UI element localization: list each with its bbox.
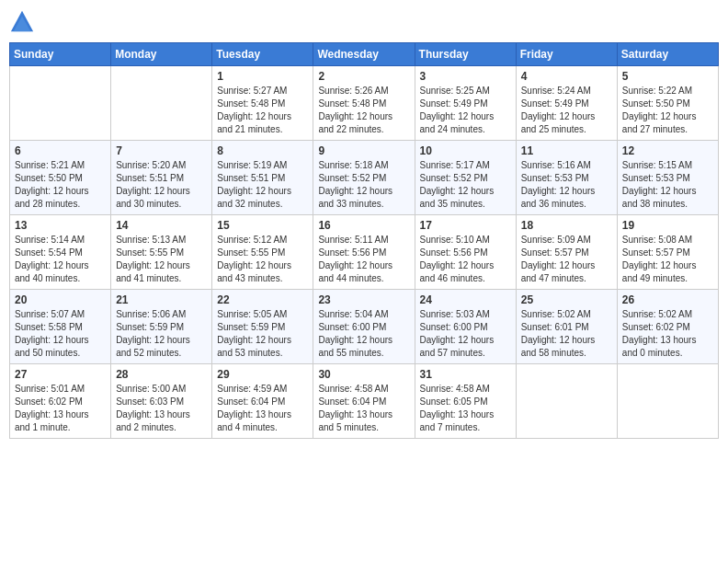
calendar-cell: 2Sunrise: 5:26 AMSunset: 5:48 PMDaylight… bbox=[313, 66, 415, 141]
calendar-cell: 12Sunrise: 5:15 AMSunset: 5:53 PMDayligh… bbox=[617, 141, 718, 215]
day-info: Sunrise: 5:04 AMSunset: 6:00 PMDaylight:… bbox=[318, 308, 409, 360]
calendar-cell: 25Sunrise: 5:02 AMSunset: 6:01 PMDayligh… bbox=[516, 290, 617, 364]
day-info: Sunrise: 5:19 AMSunset: 5:51 PMDaylight:… bbox=[217, 159, 308, 211]
day-number: 31 bbox=[420, 368, 511, 381]
day-number: 9 bbox=[318, 144, 409, 157]
day-number: 23 bbox=[318, 293, 409, 306]
calendar-cell bbox=[10, 66, 111, 141]
day-number: 20 bbox=[15, 293, 106, 306]
day-number: 27 bbox=[15, 368, 106, 381]
day-info: Sunrise: 4:59 AMSunset: 6:04 PMDaylight:… bbox=[217, 383, 308, 434]
day-number: 1 bbox=[217, 70, 308, 83]
day-info: Sunrise: 5:02 AMSunset: 6:02 PMDaylight:… bbox=[622, 308, 713, 360]
day-number: 2 bbox=[318, 70, 409, 83]
day-number: 17 bbox=[420, 219, 511, 232]
day-number: 30 bbox=[318, 368, 409, 381]
day-number: 15 bbox=[217, 219, 308, 232]
day-number: 13 bbox=[15, 219, 106, 232]
calendar-cell: 26Sunrise: 5:02 AMSunset: 6:02 PMDayligh… bbox=[617, 290, 718, 364]
calendar-cell: 13Sunrise: 5:14 AMSunset: 5:54 PMDayligh… bbox=[10, 215, 111, 290]
calendar-cell: 14Sunrise: 5:13 AMSunset: 5:55 PMDayligh… bbox=[111, 215, 212, 290]
day-info: Sunrise: 5:02 AMSunset: 6:01 PMDaylight:… bbox=[521, 308, 612, 360]
weekday-header: Thursday bbox=[415, 43, 516, 66]
calendar-table: SundayMondayTuesdayWednesdayThursdayFrid… bbox=[9, 42, 719, 439]
day-number: 19 bbox=[622, 219, 713, 232]
day-number: 18 bbox=[521, 219, 612, 232]
day-number: 5 bbox=[622, 70, 713, 83]
calendar-week-row: 1Sunrise: 5:27 AMSunset: 5:48 PMDaylight… bbox=[10, 66, 719, 141]
calendar-cell: 9Sunrise: 5:18 AMSunset: 5:52 PMDaylight… bbox=[313, 141, 415, 215]
day-info: Sunrise: 5:01 AMSunset: 6:02 PMDaylight:… bbox=[15, 383, 106, 434]
calendar-cell: 5Sunrise: 5:22 AMSunset: 5:50 PMDaylight… bbox=[617, 66, 718, 141]
day-number: 12 bbox=[622, 144, 713, 157]
calendar-week-row: 20Sunrise: 5:07 AMSunset: 5:58 PMDayligh… bbox=[10, 290, 719, 364]
day-number: 24 bbox=[420, 293, 511, 306]
calendar-cell: 30Sunrise: 4:58 AMSunset: 6:04 PMDayligh… bbox=[313, 364, 415, 439]
weekday-header: Tuesday bbox=[212, 43, 313, 66]
logo bbox=[9, 9, 39, 35]
day-number: 16 bbox=[318, 219, 409, 232]
day-info: Sunrise: 5:26 AMSunset: 5:48 PMDaylight:… bbox=[318, 85, 409, 136]
day-info: Sunrise: 5:10 AMSunset: 5:56 PMDaylight:… bbox=[420, 234, 511, 285]
day-number: 3 bbox=[420, 70, 511, 83]
calendar-cell bbox=[516, 364, 617, 439]
calendar-cell bbox=[111, 66, 212, 141]
calendar-cell: 20Sunrise: 5:07 AMSunset: 5:58 PMDayligh… bbox=[10, 290, 111, 364]
calendar-cell: 29Sunrise: 4:59 AMSunset: 6:04 PMDayligh… bbox=[212, 364, 313, 439]
calendar-cell: 17Sunrise: 5:10 AMSunset: 5:56 PMDayligh… bbox=[415, 215, 516, 290]
calendar-cell: 23Sunrise: 5:04 AMSunset: 6:00 PMDayligh… bbox=[313, 290, 415, 364]
day-info: Sunrise: 5:14 AMSunset: 5:54 PMDaylight:… bbox=[15, 234, 106, 285]
day-number: 6 bbox=[15, 144, 106, 157]
calendar-cell: 16Sunrise: 5:11 AMSunset: 5:56 PMDayligh… bbox=[313, 215, 415, 290]
calendar-week-row: 6Sunrise: 5:21 AMSunset: 5:50 PMDaylight… bbox=[10, 141, 719, 215]
day-info: Sunrise: 5:16 AMSunset: 5:53 PMDaylight:… bbox=[521, 159, 612, 211]
day-info: Sunrise: 5:24 AMSunset: 5:49 PMDaylight:… bbox=[521, 85, 612, 136]
day-number: 8 bbox=[217, 144, 308, 157]
day-number: 10 bbox=[420, 144, 511, 157]
day-info: Sunrise: 5:05 AMSunset: 5:59 PMDaylight:… bbox=[217, 308, 308, 360]
calendar-cell: 19Sunrise: 5:08 AMSunset: 5:57 PMDayligh… bbox=[617, 215, 718, 290]
weekday-header: Monday bbox=[111, 43, 212, 66]
day-info: Sunrise: 5:21 AMSunset: 5:50 PMDaylight:… bbox=[15, 159, 106, 211]
day-number: 25 bbox=[521, 293, 612, 306]
day-info: Sunrise: 5:07 AMSunset: 5:58 PMDaylight:… bbox=[15, 308, 106, 360]
day-info: Sunrise: 5:13 AMSunset: 5:55 PMDaylight:… bbox=[116, 234, 207, 285]
day-info: Sunrise: 5:06 AMSunset: 5:59 PMDaylight:… bbox=[116, 308, 207, 360]
calendar-cell: 8Sunrise: 5:19 AMSunset: 5:51 PMDaylight… bbox=[212, 141, 313, 215]
day-info: Sunrise: 5:20 AMSunset: 5:51 PMDaylight:… bbox=[116, 159, 207, 211]
day-info: Sunrise: 4:58 AMSunset: 6:05 PMDaylight:… bbox=[420, 383, 511, 434]
calendar-cell: 4Sunrise: 5:24 AMSunset: 5:49 PMDaylight… bbox=[516, 66, 617, 141]
day-info: Sunrise: 5:15 AMSunset: 5:53 PMDaylight:… bbox=[622, 159, 713, 211]
calendar-week-row: 13Sunrise: 5:14 AMSunset: 5:54 PMDayligh… bbox=[10, 215, 719, 290]
calendar-cell: 7Sunrise: 5:20 AMSunset: 5:51 PMDaylight… bbox=[111, 141, 212, 215]
calendar-cell bbox=[617, 364, 718, 439]
calendar-cell: 31Sunrise: 4:58 AMSunset: 6:05 PMDayligh… bbox=[415, 364, 516, 439]
day-info: Sunrise: 5:11 AMSunset: 5:56 PMDaylight:… bbox=[318, 234, 409, 285]
calendar-cell: 27Sunrise: 5:01 AMSunset: 6:02 PMDayligh… bbox=[10, 364, 111, 439]
weekday-header: Wednesday bbox=[313, 43, 415, 66]
day-number: 14 bbox=[116, 219, 207, 232]
calendar-cell: 11Sunrise: 5:16 AMSunset: 5:53 PMDayligh… bbox=[516, 141, 617, 215]
weekday-header: Sunday bbox=[10, 43, 111, 66]
calendar-week-row: 27Sunrise: 5:01 AMSunset: 6:02 PMDayligh… bbox=[10, 364, 719, 439]
page-header bbox=[9, 9, 719, 35]
calendar-cell: 18Sunrise: 5:09 AMSunset: 5:57 PMDayligh… bbox=[516, 215, 617, 290]
day-number: 7 bbox=[116, 144, 207, 157]
day-info: Sunrise: 5:25 AMSunset: 5:49 PMDaylight:… bbox=[420, 85, 511, 136]
logo-icon bbox=[9, 9, 35, 35]
day-number: 28 bbox=[116, 368, 207, 381]
weekday-header: Saturday bbox=[617, 43, 718, 66]
day-info: Sunrise: 5:00 AMSunset: 6:03 PMDaylight:… bbox=[116, 383, 207, 434]
day-info: Sunrise: 5:18 AMSunset: 5:52 PMDaylight:… bbox=[318, 159, 409, 211]
day-number: 26 bbox=[622, 293, 713, 306]
calendar-cell: 22Sunrise: 5:05 AMSunset: 5:59 PMDayligh… bbox=[212, 290, 313, 364]
day-number: 29 bbox=[217, 368, 308, 381]
day-info: Sunrise: 5:08 AMSunset: 5:57 PMDaylight:… bbox=[622, 234, 713, 285]
day-number: 22 bbox=[217, 293, 308, 306]
calendar-cell: 21Sunrise: 5:06 AMSunset: 5:59 PMDayligh… bbox=[111, 290, 212, 364]
day-number: 21 bbox=[116, 293, 207, 306]
day-info: Sunrise: 5:12 AMSunset: 5:55 PMDaylight:… bbox=[217, 234, 308, 285]
day-info: Sunrise: 5:17 AMSunset: 5:52 PMDaylight:… bbox=[420, 159, 511, 211]
calendar-cell: 24Sunrise: 5:03 AMSunset: 6:00 PMDayligh… bbox=[415, 290, 516, 364]
weekday-header: Friday bbox=[516, 43, 617, 66]
